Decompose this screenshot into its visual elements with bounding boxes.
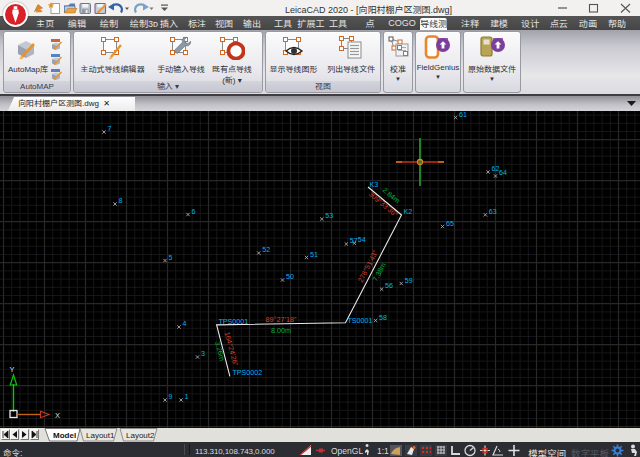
svg-text:K2: K2: [404, 208, 413, 216]
svg-text:X: X: [55, 411, 60, 420]
svg-text:54: 54: [358, 236, 366, 244]
svg-text:1: 1: [185, 393, 189, 401]
svg-text:52: 52: [262, 246, 270, 254]
svg-text:58: 58: [379, 314, 387, 322]
svg-text:1:1: 1:1: [377, 446, 389, 456]
svg-text:9: 9: [169, 393, 173, 401]
svg-text:3: 3: [201, 350, 205, 358]
svg-text:Model: Model: [53, 431, 76, 440]
svg-text:65: 65: [446, 220, 454, 228]
svg-text:OpenGL: OpenGL: [331, 446, 363, 456]
svg-text:63: 63: [489, 208, 497, 216]
svg-text:4: 4: [183, 320, 187, 328]
svg-text:Y: Y: [10, 365, 15, 374]
svg-text:61: 61: [459, 111, 467, 119]
svg-text:7: 7: [108, 125, 112, 133]
svg-text:TS0001: TS0001: [348, 317, 373, 325]
svg-text:50: 50: [286, 273, 294, 281]
svg-text:8.00m: 8.00m: [271, 326, 291, 335]
svg-text:51: 51: [310, 251, 318, 259]
svg-text:56: 56: [385, 282, 393, 290]
svg-text:TPS0002: TPS0002: [233, 369, 263, 377]
svg-text:59: 59: [405, 277, 413, 285]
svg-text:Layout1: Layout1: [86, 431, 115, 440]
svg-text:K3: K3: [370, 181, 379, 189]
svg-text:64: 64: [499, 169, 507, 177]
svg-text:89°27’18”: 89°27’18”: [266, 315, 297, 324]
svg-text:8: 8: [119, 197, 123, 205]
svg-text:TPS0001: TPS0001: [219, 318, 249, 326]
svg-text:6: 6: [192, 208, 196, 216]
svg-text:53: 53: [325, 212, 333, 220]
svg-text:5: 5: [169, 254, 173, 262]
svg-text:Layout2: Layout2: [126, 431, 155, 440]
